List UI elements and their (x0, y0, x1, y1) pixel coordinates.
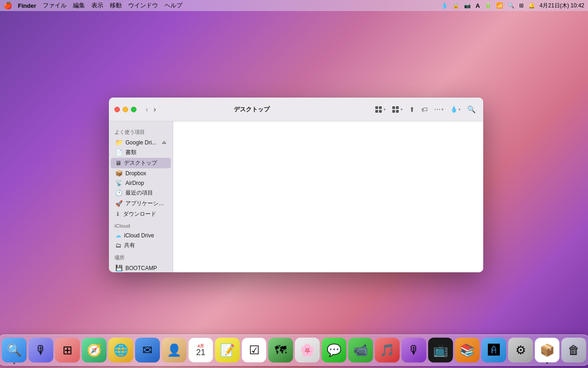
dropbox-menubar-icon[interactable]: 💧 (441, 2, 448, 9)
svg-rect-6 (392, 110, 395, 113)
dock-item-safari[interactable]: 🧭 (82, 338, 107, 362)
svg-rect-2 (375, 110, 378, 113)
dock-item-podcasts[interactable]: 🎙 (401, 338, 426, 362)
dock: 🔍 🎙 ⊞ 🧭 🌐 ✉ 👤 4月 21 📝 ☑ (0, 334, 588, 366)
menu-go[interactable]: 移動 (110, 1, 122, 10)
accessibility-icon[interactable]: A (475, 2, 480, 9)
svg-rect-5 (396, 106, 399, 109)
dock-item-mail[interactable]: ✉ (135, 338, 160, 362)
dock-item-photos[interactable]: 🌸 (295, 338, 320, 362)
svg-rect-1 (379, 106, 382, 109)
places-label: 場所 (109, 251, 173, 263)
sidebar-item-recents[interactable]: 🕐 最近の項目 (111, 188, 171, 198)
share-button[interactable]: ⬆ (407, 105, 417, 114)
google-drive-label: Google Dri... (125, 139, 156, 146)
menubar: 🍎 デスクトップ Finder ファイル 編集 表示 移動 ウインドウ ヘルプ … (0, 0, 588, 11)
menubar-right: 💧 🔒 📷 A 🔋 📶 🔍 ⊞ 🔔 4月21日(木) 10:42 (441, 2, 584, 10)
dropbox-toolbar-btn[interactable]: 💧 ▾ (448, 105, 463, 114)
view-toggle-btn[interactable]: ▾ (373, 105, 388, 114)
desktop-icon: 🖥 (115, 160, 121, 167)
sidebar-item-google-drive[interactable]: 📁 Google Dri... ⏏ (111, 138, 171, 147)
svg-rect-3 (379, 110, 382, 113)
finder-sidebar: よく使う項目 📁 Google Dri... ⏏ 📄 書類 🖥 デスクトップ 📦… (109, 121, 173, 272)
finder-window: ‹ › デスクトップ ▾ (109, 98, 483, 272)
dock-item-contacts[interactable]: 👤 (162, 338, 187, 362)
sidebar-item-downloads[interactable]: ⬇ ダウンロード (111, 209, 171, 219)
datetime-display: 4月21日(木) 10:42 (540, 2, 584, 10)
dock-item-chrome[interactable]: 🌐 (108, 338, 133, 362)
finder-main-content (173, 121, 483, 272)
dock-item-messages[interactable]: 💬 (322, 338, 346, 362)
toolbar-right: ▾ ▾ ⬆ 🏷 ⋯ ▾ 💧 (373, 104, 478, 115)
icloud-drive-label: iCloud Drive (124, 232, 154, 239)
sidebar-item-documents[interactable]: 📄 書類 (111, 147, 171, 158)
sidebar-item-airdrop[interactable]: 📡 AirDrop (111, 178, 171, 188)
menu-help[interactable]: ヘルプ (164, 1, 182, 10)
desktop-label: デスクトップ (124, 159, 157, 167)
svg-rect-7 (396, 110, 399, 113)
screenshot-icon[interactable]: 📷 (464, 2, 471, 9)
sidebar-item-applications[interactable]: 🚀 アプリケーション (111, 198, 171, 209)
sidebar-item-icloud-drive[interactable]: ☁ iCloud Drive (111, 230, 171, 240)
downloads-icon: ⬇ (115, 211, 120, 218)
app-name-finder[interactable]: Finder (18, 2, 36, 9)
search-toolbar-btn[interactable]: 🔍 (465, 104, 478, 115)
security-icon[interactable]: 🔒 (452, 2, 459, 9)
finder-body: よく使う項目 📁 Google Dri... ⏏ 📄 書類 🖥 デスクトップ 📦… (109, 121, 483, 272)
svg-rect-0 (375, 106, 378, 109)
google-drive-icon: 📁 (115, 139, 123, 146)
applications-icon: 🚀 (115, 200, 123, 207)
dropbox-label: Dropbox (125, 170, 146, 177)
apple-menu[interactable]: 🍎 (4, 1, 12, 10)
sidebar-item-shared[interactable]: 🗂 共有 (111, 240, 171, 251)
dock-item-appstore[interactable]: 🅰 (481, 338, 506, 362)
notification-icon[interactable]: 🔔 (528, 2, 535, 9)
dock-item-siri[interactable]: 🎙 (28, 338, 53, 362)
minimize-button[interactable] (123, 107, 128, 112)
dock-item-notes[interactable]: 📝 (215, 338, 240, 362)
search-icon[interactable]: 🔍 (508, 2, 514, 9)
menu-window[interactable]: ウインドウ (128, 1, 158, 10)
finder-dot (13, 362, 15, 364)
dock-item-books[interactable]: 📚 (455, 338, 480, 362)
dock-item-reminders[interactable]: ☑ (242, 338, 266, 362)
airdrop-icon: 📡 (115, 179, 123, 186)
dock-item-dropbox[interactable]: 📦 (535, 338, 560, 362)
dropbox-sidebar-icon: 📦 (115, 170, 123, 177)
control-center-icon[interactable]: ⊞ (519, 2, 524, 9)
documents-icon: 📄 (115, 149, 123, 156)
tag-button[interactable]: 🏷 (419, 105, 430, 114)
eject-icon[interactable]: ⏏ (162, 139, 166, 145)
more-button[interactable]: ⋯ ▾ (432, 105, 446, 114)
sidebar-item-dropbox[interactable]: 📦 Dropbox (111, 168, 171, 178)
menu-edit[interactable]: 編集 (73, 1, 85, 10)
dock-item-finder[interactable]: 🔍 (2, 338, 27, 362)
dock-item-settings[interactable]: ⚙ (508, 338, 533, 362)
traffic-lights (114, 107, 136, 112)
dock-item-launchpad[interactable]: ⊞ (55, 338, 80, 362)
shared-icon: 🗂 (115, 242, 121, 249)
close-button[interactable] (114, 107, 120, 112)
sidebar-item-bootcamp[interactable]: 💾 BOOTCAMP (111, 263, 171, 272)
bootcamp-icon: 💾 (115, 264, 123, 271)
dock-item-appletv[interactable]: 📺 (428, 338, 453, 362)
recents-icon: 🕐 (115, 190, 123, 196)
view-group-btn[interactable]: ▾ (390, 105, 405, 114)
icloud-label: iCloud (109, 219, 173, 230)
dropbox-dot (546, 362, 548, 364)
favorites-label: よく使う項目 (109, 125, 173, 138)
battery-icon[interactable]: 🔋 (485, 2, 492, 9)
shared-label: 共有 (124, 242, 135, 249)
wifi-icon[interactable]: 📶 (496, 2, 503, 9)
bootcamp-label: BOOTCAMP (125, 265, 157, 271)
menu-view[interactable]: 表示 (91, 1, 103, 10)
dock-item-facetime[interactable]: 📹 (348, 338, 373, 362)
icloud-drive-icon: ☁ (115, 232, 121, 239)
sidebar-item-desktop[interactable]: 🖥 デスクトップ (111, 158, 171, 168)
dock-item-calendar[interactable]: 4月 21 (188, 338, 213, 362)
finder-titlebar: ‹ › デスクトップ ▾ (109, 98, 483, 121)
menu-file[interactable]: ファイル (43, 1, 67, 10)
dock-item-maps[interactable]: 🗺 (268, 338, 293, 362)
dock-item-music[interactable]: 🎵 (375, 338, 400, 362)
dock-item-trash[interactable]: 🗑 (561, 338, 586, 362)
